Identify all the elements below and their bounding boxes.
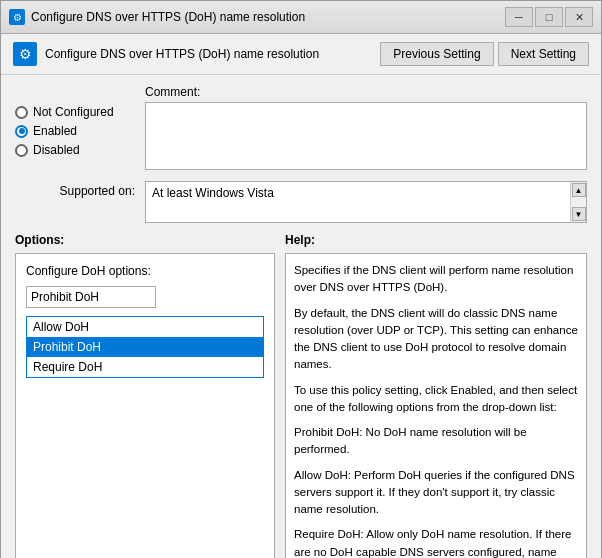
maximize-button[interactable]: □ — [535, 7, 563, 27]
dropdown-item-prohibit[interactable]: Prohibit DoH — [27, 337, 263, 357]
help-para-4: Prohibit DoH: No DoH name resolution wil… — [294, 424, 578, 459]
section-labels-row: Options: Help: — [15, 233, 587, 247]
help-para-6: Require DoH: Allow only DoH name resolut… — [294, 526, 578, 558]
supported-scrollbar: ▲ ▼ — [570, 182, 586, 222]
minimize-icon: ─ — [515, 11, 523, 23]
help-para-2: By default, the DNS client will do class… — [294, 305, 578, 374]
maximize-icon: □ — [546, 11, 553, 23]
help-panel: Specifies if the DNS client will perform… — [285, 253, 587, 558]
help-para-3: To use this policy setting, click Enable… — [294, 382, 578, 417]
configure-doh-label: Configure DoH options: — [26, 264, 151, 278]
help-para-5: Allow DoH: Perform DoH queries if the co… — [294, 467, 578, 519]
radio-disabled-label: Disabled — [33, 143, 80, 157]
header-title: Configure DNS over HTTPS (DoH) name reso… — [45, 47, 319, 61]
radio-not-configured-label: Not Configured — [33, 105, 114, 119]
supported-label: Supported on: — [15, 181, 135, 198]
doh-select-container: Prohibit DoH Allow DoH Require DoH — [26, 286, 156, 308]
header-buttons: Previous Setting Next Setting — [380, 42, 589, 66]
scrollbar-up-arrow[interactable]: ▲ — [572, 183, 586, 197]
header-icon: ⚙ — [13, 42, 37, 66]
radio-enabled[interactable]: Enabled — [15, 124, 135, 138]
minimize-button[interactable]: ─ — [505, 7, 533, 27]
close-icon: ✕ — [575, 11, 584, 24]
radio-disabled-input[interactable] — [15, 144, 28, 157]
options-section-title: Options: — [15, 233, 275, 247]
title-bar: ⚙ Configure DNS over HTTPS (DoH) name re… — [1, 1, 601, 34]
dropdown-item-require[interactable]: Require DoH — [27, 357, 263, 377]
radio-group: Not Configured Enabled Disabled — [15, 85, 135, 173]
configure-doh-row: Configure DoH options: — [26, 264, 264, 278]
comment-textarea[interactable] — [145, 102, 587, 170]
top-section: Not Configured Enabled Disabled Comment: — [15, 85, 587, 173]
title-bar-left: ⚙ Configure DNS over HTTPS (DoH) name re… — [9, 9, 305, 25]
header-icon-glyph: ⚙ — [19, 46, 32, 62]
dropdown-item-allow[interactable]: Allow DoH — [27, 317, 263, 337]
radio-enabled-label: Enabled — [33, 124, 77, 138]
doh-select[interactable]: Prohibit DoH Allow DoH Require DoH — [26, 286, 156, 308]
help-section-title: Help: — [285, 233, 315, 247]
title-bar-text: Configure DNS over HTTPS (DoH) name reso… — [31, 10, 305, 24]
options-panel: Configure DoH options: Prohibit DoH Allo… — [15, 253, 275, 558]
title-bar-controls: ─ □ ✕ — [505, 7, 593, 27]
content-area: Not Configured Enabled Disabled Comment:… — [1, 75, 601, 558]
close-button[interactable]: ✕ — [565, 7, 593, 27]
header-bar: ⚙ Configure DNS over HTTPS (DoH) name re… — [1, 34, 601, 75]
main-panels: Configure DoH options: Prohibit DoH Allo… — [15, 253, 587, 558]
radio-enabled-input[interactable] — [15, 125, 28, 138]
radio-not-configured-input[interactable] — [15, 106, 28, 119]
previous-setting-button[interactable]: Previous Setting — [380, 42, 493, 66]
doh-select-row: Prohibit DoH Allow DoH Require DoH — [26, 286, 264, 308]
window-icon-glyph: ⚙ — [13, 12, 22, 23]
window-icon: ⚙ — [9, 9, 25, 25]
next-setting-button[interactable]: Next Setting — [498, 42, 589, 66]
supported-box: At least Windows Vista ▲ ▼ — [145, 181, 587, 223]
header-left: ⚙ Configure DNS over HTTPS (DoH) name re… — [13, 42, 319, 66]
main-window: ⚙ Configure DNS over HTTPS (DoH) name re… — [0, 0, 602, 558]
supported-text: At least Windows Vista — [152, 186, 274, 200]
help-para-1: Specifies if the DNS client will perform… — [294, 262, 578, 297]
doh-dropdown-list: Allow DoH Prohibit DoH Require DoH — [26, 316, 264, 378]
comment-section: Comment: — [145, 85, 587, 173]
scrollbar-down-arrow[interactable]: ▼ — [572, 207, 586, 221]
comment-label: Comment: — [145, 85, 587, 99]
supported-row: Supported on: At least Windows Vista ▲ ▼ — [15, 181, 587, 223]
radio-not-configured[interactable]: Not Configured — [15, 105, 135, 119]
radio-disabled[interactable]: Disabled — [15, 143, 135, 157]
